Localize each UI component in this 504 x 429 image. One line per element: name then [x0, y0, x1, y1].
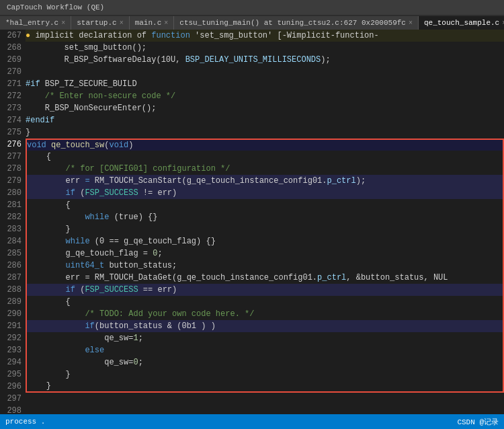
code-line-270-empty: [26, 66, 504, 78]
ln-283: 283: [0, 223, 22, 235]
title-bar-text: CapTouch Workflow (QE): [3, 3, 108, 11]
ln-276: 276: [0, 139, 22, 151]
tab-ctsu[interactable]: ctsu_tuning_main() at tuning_ctsu2.c:627…: [174, 16, 419, 30]
code-line-291: if(button_status & (0b1 ) ): [26, 320, 504, 332]
code-line-289: {: [26, 296, 504, 308]
code-line-297: [26, 393, 504, 405]
ln-293: 293: [0, 344, 22, 356]
ln-278: 278: [0, 163, 22, 175]
code-line-282: while (true) {}: [26, 211, 504, 223]
ln-274: 274: [0, 114, 22, 126]
ln-268: 268: [0, 42, 22, 54]
ln-291: 291: [0, 320, 22, 332]
close-icon[interactable]: ×: [164, 20, 168, 27]
code-line-290: /* TODO: Add your own code here. */: [26, 308, 504, 320]
code-line-280: if (FSP_SUCCESS != err): [26, 187, 504, 199]
ln-290: 290: [0, 308, 22, 320]
title-bar: CapTouch Workflow (QE): [0, 0, 504, 15]
code-line-275: }: [26, 126, 504, 139]
code-line-268: set_smg_button();: [26, 42, 504, 54]
status-text: process .: [5, 418, 45, 426]
code-line-284: while (0 == g_qe_touch_flag) {}: [26, 235, 504, 247]
ln-287: 287: [0, 272, 22, 284]
ln-294: 294: [0, 356, 22, 368]
ln-279: 279: [0, 175, 22, 187]
ln-296: 296: [0, 381, 22, 393]
ln-277: 277: [0, 151, 22, 163]
tab-qe-touch[interactable]: qe_touch_sample.c ×: [419, 16, 504, 30]
ln-289: 289: [0, 296, 22, 308]
tab-startup[interactable]: startup.c ×: [71, 16, 129, 30]
code-line-286: uint64_t button_status;: [26, 260, 504, 272]
close-icon[interactable]: ×: [409, 20, 413, 27]
code-line-269: R_BSP_SoftwareDelay(10U, BSP_DELAY_UNITS…: [26, 54, 504, 66]
ln-284: 284: [0, 235, 22, 247]
tab-hal-entry[interactable]: *hal_entry.c ×: [0, 16, 71, 30]
ln-292: 292: [0, 332, 22, 344]
code-line-278: /* for [CONFIG01] configuration */: [26, 163, 504, 175]
code-line-294: qe_sw=0;: [26, 356, 504, 368]
ln-272: 272: [0, 90, 22, 102]
code-line-283: }: [26, 223, 504, 235]
ln-275: 275: [0, 126, 22, 139]
ln-285: 285: [0, 247, 22, 260]
code-line-267: ● implicit declaration of function 'set_…: [26, 30, 504, 42]
close-icon[interactable]: ×: [61, 20, 65, 27]
ln-281: 281: [0, 199, 22, 211]
tab-label: startup.c: [77, 19, 116, 27]
code-content[interactable]: ● implicit declaration of function 'set_…: [26, 30, 504, 414]
code-line-293: else: [26, 344, 504, 356]
code-line-271: #if BSP_TZ_SECURE_BUILD: [26, 78, 504, 90]
ln-280: 280: [0, 187, 22, 199]
code-line-296: }: [26, 381, 504, 393]
bottom-bar: process . CSDN @记录: [0, 414, 504, 429]
line-numbers: 267 268 269 270 271 272 273 274 275 276 …: [0, 30, 26, 414]
code-line-295: }: [26, 368, 504, 381]
code-line-277: {: [26, 151, 504, 163]
tab-label: qe_touch_sample.c: [424, 19, 499, 27]
ln-298: 298: [0, 405, 22, 414]
main-window: CapTouch Workflow (QE) *hal_entry.c × st…: [0, 0, 504, 429]
close-icon[interactable]: ×: [120, 20, 124, 27]
tab-main[interactable]: main.c ×: [130, 16, 175, 30]
bottom-info: CSDN @记录: [457, 417, 499, 427]
code-line-276: void qe_touch_sw(void): [26, 139, 504, 151]
code-line-285: g_qe_touch_flag = 0;: [26, 247, 504, 260]
ln-288: 288: [0, 284, 22, 296]
code-line-288: if (FSP_SUCCESS == err): [26, 284, 504, 296]
tab-label: main.c: [135, 19, 162, 27]
ln-286: 286: [0, 260, 22, 272]
ln-295: 295: [0, 368, 22, 381]
code-line-281: {: [26, 199, 504, 211]
code-line-279: err = RM_TOUCH_ScanStart(g_qe_touch_inst…: [26, 175, 504, 187]
editor-area: 267 268 269 270 271 272 273 274 275 276 …: [0, 30, 504, 414]
tab-label: ctsu_tuning_main() at tuning_ctsu2.c:627…: [179, 19, 406, 27]
ln-267: 267: [0, 30, 22, 42]
ln-297: 297: [0, 393, 22, 405]
code-line-287: err = RM_TOUCH_DataGet(g_qe_touch_instan…: [26, 272, 504, 284]
ln-271: 271: [0, 78, 22, 90]
code-line-272: /* Enter non-secure code */: [26, 90, 504, 102]
ln-270: 270: [0, 66, 22, 78]
tab-label: *hal_entry.c: [5, 19, 58, 27]
code-line-298: [26, 405, 504, 414]
code-line-273: R_BSP_NonSecureEnter();: [26, 102, 504, 114]
code-line-292: qe_sw=1;: [26, 332, 504, 344]
ln-273: 273: [0, 102, 22, 114]
ln-282: 282: [0, 211, 22, 223]
tabs-bar: *hal_entry.c × startup.c × main.c × ctsu…: [0, 15, 504, 30]
ln-269: 269: [0, 54, 22, 66]
code-line-274: #endif: [26, 114, 504, 126]
